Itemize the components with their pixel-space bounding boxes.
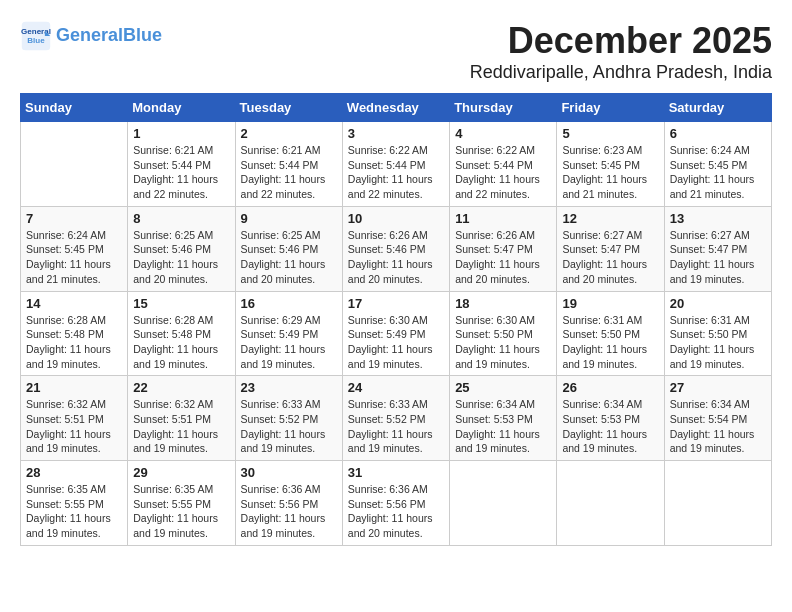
day-info: Sunrise: 6:35 AM Sunset: 5:55 PM Dayligh… xyxy=(26,482,122,541)
day-info: Sunrise: 6:31 AM Sunset: 5:50 PM Dayligh… xyxy=(670,313,766,372)
day-info: Sunrise: 6:25 AM Sunset: 5:46 PM Dayligh… xyxy=(133,228,229,287)
day-number: 3 xyxy=(348,126,444,141)
day-number: 5 xyxy=(562,126,658,141)
calendar-header-row: SundayMondayTuesdayWednesdayThursdayFrid… xyxy=(21,94,772,122)
day-info: Sunrise: 6:29 AM Sunset: 5:49 PM Dayligh… xyxy=(241,313,337,372)
day-info: Sunrise: 6:33 AM Sunset: 5:52 PM Dayligh… xyxy=(241,397,337,456)
day-number: 31 xyxy=(348,465,444,480)
calendar-cell: 2Sunrise: 6:21 AM Sunset: 5:44 PM Daylig… xyxy=(235,122,342,207)
calendar-cell: 28Sunrise: 6:35 AM Sunset: 5:55 PM Dayli… xyxy=(21,461,128,546)
month-title: December 2025 xyxy=(470,20,772,62)
calendar-cell: 1Sunrise: 6:21 AM Sunset: 5:44 PM Daylig… xyxy=(128,122,235,207)
day-number: 24 xyxy=(348,380,444,395)
calendar-cell: 8Sunrise: 6:25 AM Sunset: 5:46 PM Daylig… xyxy=(128,206,235,291)
day-info: Sunrise: 6:32 AM Sunset: 5:51 PM Dayligh… xyxy=(26,397,122,456)
calendar-week-row: 28Sunrise: 6:35 AM Sunset: 5:55 PM Dayli… xyxy=(21,461,772,546)
day-number: 27 xyxy=(670,380,766,395)
day-number: 18 xyxy=(455,296,551,311)
calendar-cell: 4Sunrise: 6:22 AM Sunset: 5:44 PM Daylig… xyxy=(450,122,557,207)
calendar-cell xyxy=(21,122,128,207)
day-number: 9 xyxy=(241,211,337,226)
calendar-cell: 16Sunrise: 6:29 AM Sunset: 5:49 PM Dayli… xyxy=(235,291,342,376)
calendar-cell: 6Sunrise: 6:24 AM Sunset: 5:45 PM Daylig… xyxy=(664,122,771,207)
day-number: 30 xyxy=(241,465,337,480)
day-number: 8 xyxy=(133,211,229,226)
day-number: 1 xyxy=(133,126,229,141)
day-header-tuesday: Tuesday xyxy=(235,94,342,122)
calendar-cell: 30Sunrise: 6:36 AM Sunset: 5:56 PM Dayli… xyxy=(235,461,342,546)
day-header-saturday: Saturday xyxy=(664,94,771,122)
logo: General Blue GeneralBlue xyxy=(20,20,162,52)
day-number: 23 xyxy=(241,380,337,395)
day-info: Sunrise: 6:23 AM Sunset: 5:45 PM Dayligh… xyxy=(562,143,658,202)
calendar-cell: 27Sunrise: 6:34 AM Sunset: 5:54 PM Dayli… xyxy=(664,376,771,461)
day-info: Sunrise: 6:34 AM Sunset: 5:54 PM Dayligh… xyxy=(670,397,766,456)
svg-text:Blue: Blue xyxy=(27,36,45,45)
day-info: Sunrise: 6:31 AM Sunset: 5:50 PM Dayligh… xyxy=(562,313,658,372)
day-info: Sunrise: 6:26 AM Sunset: 5:46 PM Dayligh… xyxy=(348,228,444,287)
day-info: Sunrise: 6:27 AM Sunset: 5:47 PM Dayligh… xyxy=(562,228,658,287)
day-info: Sunrise: 6:24 AM Sunset: 5:45 PM Dayligh… xyxy=(26,228,122,287)
title-section: December 2025 Reddivaripalle, Andhra Pra… xyxy=(470,20,772,83)
calendar-cell: 9Sunrise: 6:25 AM Sunset: 5:46 PM Daylig… xyxy=(235,206,342,291)
day-number: 11 xyxy=(455,211,551,226)
day-number: 21 xyxy=(26,380,122,395)
day-info: Sunrise: 6:34 AM Sunset: 5:53 PM Dayligh… xyxy=(455,397,551,456)
day-info: Sunrise: 6:28 AM Sunset: 5:48 PM Dayligh… xyxy=(133,313,229,372)
calendar-cell xyxy=(664,461,771,546)
calendar-cell: 13Sunrise: 6:27 AM Sunset: 5:47 PM Dayli… xyxy=(664,206,771,291)
day-number: 16 xyxy=(241,296,337,311)
day-number: 12 xyxy=(562,211,658,226)
day-info: Sunrise: 6:27 AM Sunset: 5:47 PM Dayligh… xyxy=(670,228,766,287)
day-number: 15 xyxy=(133,296,229,311)
calendar-cell: 21Sunrise: 6:32 AM Sunset: 5:51 PM Dayli… xyxy=(21,376,128,461)
day-header-thursday: Thursday xyxy=(450,94,557,122)
calendar-cell: 3Sunrise: 6:22 AM Sunset: 5:44 PM Daylig… xyxy=(342,122,449,207)
day-info: Sunrise: 6:34 AM Sunset: 5:53 PM Dayligh… xyxy=(562,397,658,456)
day-number: 28 xyxy=(26,465,122,480)
logo-line2: Blue xyxy=(123,25,162,45)
calendar-body: 1Sunrise: 6:21 AM Sunset: 5:44 PM Daylig… xyxy=(21,122,772,546)
calendar-cell: 24Sunrise: 6:33 AM Sunset: 5:52 PM Dayli… xyxy=(342,376,449,461)
calendar-cell: 15Sunrise: 6:28 AM Sunset: 5:48 PM Dayli… xyxy=(128,291,235,376)
day-number: 29 xyxy=(133,465,229,480)
calendar-cell xyxy=(557,461,664,546)
calendar-cell: 19Sunrise: 6:31 AM Sunset: 5:50 PM Dayli… xyxy=(557,291,664,376)
day-number: 7 xyxy=(26,211,122,226)
calendar-cell: 25Sunrise: 6:34 AM Sunset: 5:53 PM Dayli… xyxy=(450,376,557,461)
day-number: 2 xyxy=(241,126,337,141)
logo-text: GeneralBlue xyxy=(56,26,162,46)
calendar-cell: 12Sunrise: 6:27 AM Sunset: 5:47 PM Dayli… xyxy=(557,206,664,291)
day-number: 20 xyxy=(670,296,766,311)
day-number: 14 xyxy=(26,296,122,311)
day-header-wednesday: Wednesday xyxy=(342,94,449,122)
location-title: Reddivaripalle, Andhra Pradesh, India xyxy=(470,62,772,83)
logo-line1: General xyxy=(56,25,123,45)
calendar-cell: 7Sunrise: 6:24 AM Sunset: 5:45 PM Daylig… xyxy=(21,206,128,291)
day-number: 25 xyxy=(455,380,551,395)
day-number: 4 xyxy=(455,126,551,141)
day-number: 26 xyxy=(562,380,658,395)
day-header-friday: Friday xyxy=(557,94,664,122)
day-info: Sunrise: 6:22 AM Sunset: 5:44 PM Dayligh… xyxy=(348,143,444,202)
calendar-cell: 23Sunrise: 6:33 AM Sunset: 5:52 PM Dayli… xyxy=(235,376,342,461)
day-number: 10 xyxy=(348,211,444,226)
calendar-cell: 17Sunrise: 6:30 AM Sunset: 5:49 PM Dayli… xyxy=(342,291,449,376)
calendar-week-row: 21Sunrise: 6:32 AM Sunset: 5:51 PM Dayli… xyxy=(21,376,772,461)
calendar-cell: 10Sunrise: 6:26 AM Sunset: 5:46 PM Dayli… xyxy=(342,206,449,291)
day-info: Sunrise: 6:21 AM Sunset: 5:44 PM Dayligh… xyxy=(241,143,337,202)
day-number: 19 xyxy=(562,296,658,311)
day-info: Sunrise: 6:24 AM Sunset: 5:45 PM Dayligh… xyxy=(670,143,766,202)
day-number: 22 xyxy=(133,380,229,395)
day-number: 6 xyxy=(670,126,766,141)
calendar: SundayMondayTuesdayWednesdayThursdayFrid… xyxy=(20,93,772,546)
calendar-cell: 22Sunrise: 6:32 AM Sunset: 5:51 PM Dayli… xyxy=(128,376,235,461)
day-info: Sunrise: 6:28 AM Sunset: 5:48 PM Dayligh… xyxy=(26,313,122,372)
calendar-cell: 14Sunrise: 6:28 AM Sunset: 5:48 PM Dayli… xyxy=(21,291,128,376)
day-info: Sunrise: 6:25 AM Sunset: 5:46 PM Dayligh… xyxy=(241,228,337,287)
day-number: 17 xyxy=(348,296,444,311)
calendar-cell: 20Sunrise: 6:31 AM Sunset: 5:50 PM Dayli… xyxy=(664,291,771,376)
logo-icon: General Blue xyxy=(20,20,52,52)
calendar-cell: 29Sunrise: 6:35 AM Sunset: 5:55 PM Dayli… xyxy=(128,461,235,546)
calendar-week-row: 7Sunrise: 6:24 AM Sunset: 5:45 PM Daylig… xyxy=(21,206,772,291)
